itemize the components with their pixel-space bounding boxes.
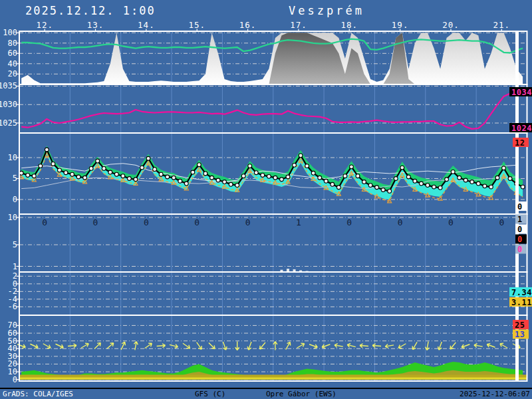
day-label: 13. [87,20,104,30]
wind-arrow [334,343,343,348]
daily-precip-sum: 0 [93,217,98,227]
wind-arrow [346,342,356,348]
wind-arrow [17,342,26,349]
svg-text:13: 13 [515,330,525,339]
day-label: 20. [442,20,460,30]
svg-text:7.34: 7.34 [511,288,532,297]
panel-temperature: 0510 [8,133,527,214]
extreme-value-label: 13 [513,330,529,340]
extreme-value-label: 0 [515,201,527,211]
daily-precip-sum: 0 [499,217,504,227]
y-tick-label: 100 [3,28,17,37]
panel-aux: 20-2-4-6 [8,271,527,315]
svg-text:1: 1 [517,215,523,224]
wind-arrow [449,341,458,350]
daily-precip-sum: 0 [245,217,251,227]
svg-text:3.11: 3.11 [511,298,532,307]
meteogram-chart: 2040608010010251030103505101510000001000… [0,0,532,399]
day-label: 16. [239,20,257,30]
svg-text:12: 12 [515,138,525,148]
wind-arrow [385,343,394,348]
svg-text:0: 0 [517,202,523,211]
svg-text:1034: 1034 [511,88,532,97]
wind-arrow [133,341,138,350]
wind-arrow [156,343,165,348]
y-tick-label: 10 [8,213,17,222]
y-tick-label: 70 [8,321,17,330]
wind-arrow [169,342,178,348]
extreme-value-label: 7.34 [509,287,532,297]
wind-arrow [247,341,253,350]
wind-arrow [372,343,381,348]
panel-clouds: 20406080100 [3,28,527,84]
y-tick-label: 10 [8,153,17,162]
day-label: 12. [36,20,53,30]
y-tick-label: 5 [13,174,17,183]
panel-wind: 010203040506070 [8,315,527,384]
y-tick-label: -6 [8,302,17,311]
wind-arrow [284,341,292,350]
day-label: 18. [340,20,358,30]
extreme-value-label: 12 [513,138,529,148]
y-tick-label: 1 [13,262,17,271]
daily-precip-sum: 0 [194,217,200,227]
extreme-value-label: 0 [515,235,527,245]
svg-text:1024: 1024 [511,124,532,133]
wind-arrow [68,343,76,348]
y-tick-label: 80 [8,39,17,48]
wind-arrow [235,342,239,350]
daily-precip-sum: 0 [398,217,403,227]
y-tick-label: 20 [8,69,17,78]
svg-text:0: 0 [517,245,523,254]
run-timestamp: 2025-12-12-06:07 [460,390,530,398]
wind-arrow [321,342,331,349]
wind-arrow [473,343,483,348]
y-tick-label: 1025 [0,118,17,128]
daily-precip-sum: 0 [448,217,454,227]
meteogram-screen: 2025.12.12. 1:00 Veszprém 20406080100102… [0,0,532,399]
svg-text:25: 25 [515,321,525,330]
extreme-value-label: 1024 [509,123,532,133]
y-tick-label: 60 [8,49,17,58]
grads-credit: GrADS: COLA/IGES [3,390,73,398]
wind-arrow [119,341,126,350]
svg-text:0: 0 [517,235,523,244]
svg-text:0: 0 [517,225,523,234]
wind-arrow [309,342,318,349]
wind-arrow [411,341,419,350]
y-tick-label: 5 [13,240,17,249]
y-tick-label: 0 [13,195,17,204]
day-label: 19. [392,20,409,30]
extreme-value-label: 1 [515,215,527,225]
extreme-value-label: 25 [513,320,529,330]
y-tick-label: 1030 [0,100,17,109]
daily-precip-sum: 0 [144,217,149,227]
y-tick-label: 40 [8,59,17,68]
author-label: Opre Gábor (EWS) [266,390,336,398]
day-label: 17. [290,20,307,30]
model-label: GFS (C) [195,390,225,398]
day-label: 14. [138,20,155,30]
day-label: 21. [493,20,511,30]
y-tick-label: 1035 [0,81,17,90]
daily-precip-sum: 0 [42,217,47,227]
wind-arrow [486,342,495,349]
wind-arrow [360,343,368,348]
wind-arrow [437,341,444,350]
extreme-value-label: 0 [515,225,527,235]
daily-precip-sum: 0 [346,217,352,227]
extreme-value-label: 0 [515,245,527,255]
wind-arrow [258,341,267,350]
footer-divider [0,388,532,389]
wind-arrow [461,342,470,349]
extreme-value-label: 1034 [509,87,532,97]
daily-precip-sum: 1 [296,217,301,227]
day-label: 15. [188,20,205,30]
panel-pressure: 102510301035 [0,81,527,133]
wind-arrow [195,341,203,350]
extreme-value-label: 3.11 [509,297,532,307]
panel-precipitation: 15100000010000 [8,213,527,272]
